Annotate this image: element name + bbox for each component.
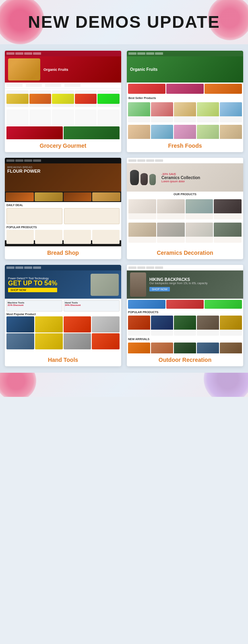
bread-hero: BREAKING BREAD FLOUR POWER: [5, 163, 121, 192]
tools-promo-small: Power Detect™ Tool Technology: [8, 277, 57, 280]
fresh-hero: Organic Fruits: [127, 56, 243, 83]
fresh-screenshot: Organic Fruits Best Seller Products: [127, 51, 243, 139]
ceramics-label: Ceramics Decoration: [127, 246, 243, 259]
grocery-cart-image: [8, 58, 40, 80]
ceramics-vases: [130, 170, 156, 185]
grocery-banners: [5, 126, 121, 139]
outdoor-hero-sub: Our backpacks range from 15L to 85L capa…: [149, 282, 208, 285]
fresh-products: [127, 101, 243, 124]
demo-card-fresh-foods[interactable]: Organic Fruits Best Seller Products: [127, 51, 243, 152]
ceramics-hero: -30% SAVE Ceramics Collection Lorem ipsu…: [127, 163, 243, 192]
ceramics-products: [127, 198, 243, 221]
page-header: NEW DEMOS UPDATE: [0, 0, 248, 44]
tools-product-grid-2: [6, 333, 120, 349]
bread-navbar: [5, 158, 121, 163]
tools-promo-big: GET UP TO 54%: [8, 280, 57, 287]
grocery-products: [5, 89, 121, 109]
tools-navbar: [5, 265, 121, 270]
fresh-products-row2: [127, 124, 243, 139]
outdoor-products: [127, 314, 243, 337]
fresh-categories: [127, 83, 243, 95]
fresh-label: Fresh Foods: [127, 139, 243, 152]
outdoor-label: Outdoor Recreation: [127, 353, 243, 366]
flower-decoration-bl: [0, 373, 36, 397]
grocery-label: Grocery Gourmet: [5, 139, 121, 152]
demo-card-outdoor[interactable]: HIKING BACKPACKS Our backpacks range fro…: [127, 265, 243, 366]
outdoor-new-arrivals: [127, 341, 243, 353]
tools-categories: Machine Tools21% Discount Hand Tools34% …: [6, 300, 120, 312]
demos-grid: Organic Fruits: [5, 51, 243, 366]
ceramics-hero-sub: Lorem ipsum dolor: [161, 180, 200, 183]
tools-hero: Power Detect™ Tool Technology GET UP TO …: [5, 270, 121, 299]
grocery-screenshot: Organic Fruits: [5, 51, 121, 139]
ceramics-hero-text: Ceramics Collection: [161, 175, 200, 180]
demo-card-grocery-gourmet[interactable]: Organic Fruits: [5, 51, 121, 152]
grocery-hero: Organic Fruits: [5, 56, 121, 83]
bread-screenshot: BREAKING BREAD FLOUR POWER DAILY DEAL: [5, 158, 121, 246]
flower-decoration-br: [204, 373, 248, 397]
outdoor-categories: [127, 299, 243, 310]
grocery-hero-text: Organic Fruits: [43, 68, 68, 72]
bread-deals: [6, 208, 120, 224]
tools-product-grid: [6, 316, 120, 332]
tools-screenshot: Power Detect™ Tool Technology GET UP TO …: [5, 265, 121, 353]
page-title: NEW DEMOS UPDATE: [28, 12, 220, 32]
grocery-navbar: [5, 51, 121, 56]
tools-saw-image: [91, 274, 119, 296]
outdoor-backpacker-image: [130, 272, 146, 297]
tools-content: Machine Tools21% Discount Hand Tools34% …: [5, 299, 121, 351]
footer-decoration: [0, 373, 248, 397]
demo-card-ceramics[interactable]: -30% SAVE Ceramics Collection Lorem ipsu…: [127, 158, 243, 259]
ceramics-navbar: [127, 158, 243, 163]
fresh-hero-text: Organic Fruits: [130, 67, 157, 72]
outdoor-hero-text: HIKING BACKPACKS: [149, 277, 208, 282]
demo-card-hand-tools[interactable]: Power Detect™ Tool Technology GET UP TO …: [5, 265, 121, 366]
bread-thumbnails: [5, 192, 121, 202]
bread-content: DAILY DEAL POPULAR PRODUCTS: [5, 202, 121, 240]
ceramics-products-row2: [127, 221, 243, 244]
tools-label: Hand Tools: [5, 353, 121, 366]
outdoor-screenshot: HIKING BACKPACKS Our backpacks range fro…: [127, 265, 243, 353]
outdoor-navbar: [127, 265, 243, 270]
ceramics-screenshot: -30% SAVE Ceramics Collection Lorem ipsu…: [127, 158, 243, 246]
tools-hero-overlay: Power Detect™ Tool Technology GET UP TO …: [8, 277, 57, 293]
fresh-navbar: [127, 51, 243, 56]
demos-section: Organic Fruits: [0, 44, 248, 373]
outdoor-hero: HIKING BACKPACKS Our backpacks range fro…: [127, 270, 243, 299]
demo-card-bread-shop[interactable]: BREAKING BREAD FLOUR POWER DAILY DEAL: [5, 158, 121, 259]
bread-label: Bread Shop: [5, 246, 121, 259]
